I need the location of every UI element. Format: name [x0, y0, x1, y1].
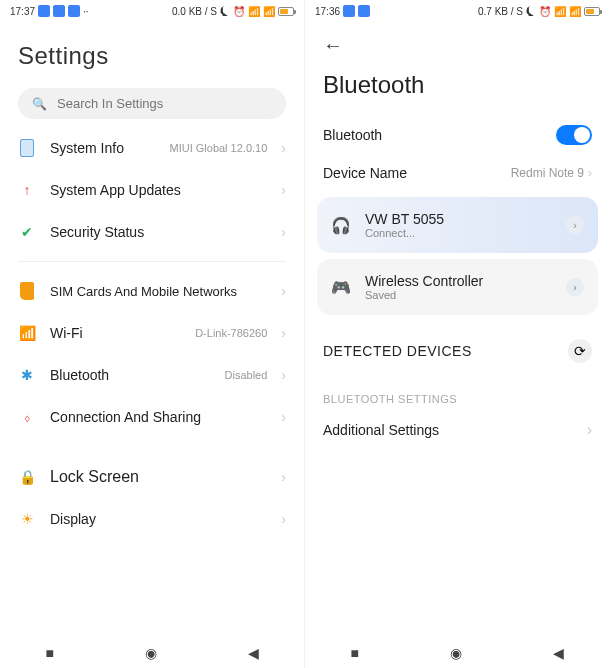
alarm-icon: ⏰ [539, 6, 551, 17]
security-status-row[interactable]: ✔ Security Status › [0, 211, 304, 253]
chevron-right-icon: › [281, 367, 286, 383]
wifi-icon: 📶 [263, 6, 275, 17]
item-label: System Info [50, 140, 155, 156]
device-name: VW BT 5055 [365, 211, 552, 227]
item-label: System App Updates [50, 182, 267, 198]
connection-sharing-row[interactable]: ⬨ Connection And Sharing › [0, 396, 304, 438]
system-app-updates-row[interactable]: ↑ System App Updates › [0, 169, 304, 211]
device-name-value: Redmi Note 9 [511, 166, 584, 180]
chevron-right-icon: › [281, 325, 286, 341]
signal-icon: 📶 [554, 6, 566, 17]
system-info-row[interactable]: System Info MIUI Global 12.0.10 › [0, 127, 304, 169]
nav-home-button[interactable]: ◉ [450, 645, 462, 661]
chevron-right-icon: › [281, 182, 286, 198]
signal-icon: 📶 [248, 6, 260, 17]
chevron-right-icon: › [281, 511, 286, 527]
nav-bar: ■ ◉ ◀ [0, 638, 304, 668]
settings-screen: 17:37 ·· 0.0 KB / S ⏾ ⏰ 📶 📶 Settings 🔍 S… [0, 0, 305, 668]
more-dots: ·· [83, 6, 89, 17]
chevron-right-icon: › [281, 224, 286, 240]
additional-settings-row[interactable]: Additional Settings › [305, 411, 610, 449]
battery-icon [584, 7, 600, 16]
nav-recent-button[interactable]: ■ [45, 645, 53, 661]
security-icon: ✔ [18, 223, 36, 241]
nav-back-button[interactable]: ◀ [553, 645, 564, 661]
bt-settings-header: BLUETOOTH SETTINGS [305, 371, 610, 411]
display-row[interactable]: ☀ Display › [0, 498, 304, 540]
item-label: Security Status [50, 224, 267, 240]
chevron-right-icon[interactable]: › [566, 278, 584, 296]
alarm-icon: ⏰ [233, 6, 245, 17]
device-name-label: Device Name [323, 165, 407, 181]
page-title: Settings [0, 22, 304, 80]
app-icon [68, 5, 80, 17]
chevron-right-icon: › [588, 166, 592, 180]
battery-icon [278, 7, 294, 16]
status-bar-right: 17:36 0.7 KB / S ⏾ ⏰ 📶 📶 [305, 0, 610, 22]
wifi-row[interactable]: 📶 Wi-Fi D-Link-786260 › [0, 312, 304, 354]
status-time: 17:37 [10, 6, 35, 17]
status-time: 17:36 [315, 6, 340, 17]
refresh-button[interactable]: ⟳ [568, 339, 592, 363]
sim-cards-row[interactable]: SIM Cards And Mobile Networks › [0, 270, 304, 312]
search-icon: 🔍 [32, 97, 47, 111]
divider [18, 261, 286, 262]
nav-home-button[interactable]: ◉ [145, 645, 157, 661]
chevron-right-icon[interactable]: › [566, 216, 584, 234]
facebook-icon [343, 5, 355, 17]
item-value: Disabled [225, 369, 268, 381]
nav-bar: ■ ◉ ◀ [305, 638, 610, 668]
item-label: Connection And Sharing [50, 409, 267, 425]
update-icon: ↑ [18, 181, 36, 199]
wifi-icon: 📶 [569, 6, 581, 17]
data-rate: 0.7 KB / S [478, 6, 523, 17]
bluetooth-screen: 17:36 0.7 KB / S ⏾ ⏰ 📶 📶 ← Bluetooth Blu… [305, 0, 610, 668]
bluetooth-toggle-row: Bluetooth [305, 115, 610, 155]
facebook-icon [38, 5, 50, 17]
item-label: Bluetooth [50, 367, 211, 383]
display-icon: ☀ [18, 510, 36, 528]
app-icon [53, 5, 65, 17]
paired-device-row[interactable]: 🎧 VW BT 5055 Connect... › [317, 197, 598, 253]
page-title: Bluetooth [305, 63, 610, 115]
chevron-right-icon: › [281, 469, 286, 485]
status-bar-left: 17:37 ·· 0.0 KB / S ⏾ ⏰ 📶 📶 [0, 0, 304, 22]
item-value: D-Link-786260 [195, 327, 267, 339]
lock-screen-row[interactable]: 🔒 Lock Screen › [0, 456, 304, 498]
detected-devices-header: DETECTED DEVICES ⟳ [305, 321, 610, 371]
chevron-right-icon: › [587, 421, 592, 439]
item-label: Display [50, 511, 267, 527]
wifi-icon: 📶 [18, 324, 36, 342]
app-icon [358, 5, 370, 17]
paired-device-row[interactable]: 🎮 Wireless Controller Saved › [317, 259, 598, 315]
item-label: Wi-Fi [50, 325, 181, 341]
system-info-icon [20, 139, 34, 157]
sim-icon [20, 282, 34, 300]
gamepad-icon: 🎮 [331, 278, 351, 297]
search-box[interactable]: 🔍 [18, 88, 286, 119]
bluetooth-icon: ✱ [18, 366, 36, 384]
search-input[interactable] [57, 96, 272, 111]
nav-back-button[interactable]: ◀ [248, 645, 259, 661]
bluetooth-toggle[interactable] [556, 125, 592, 145]
section-label: DETECTED DEVICES [323, 343, 472, 359]
lock-icon: 🔒 [18, 468, 36, 486]
item-label: Additional Settings [323, 422, 439, 438]
back-button[interactable]: ← [305, 22, 610, 63]
headphones-icon: 🎧 [331, 216, 351, 235]
item-label: SIM Cards And Mobile Networks [50, 284, 267, 299]
device-name-row[interactable]: Device Name Redmi Note 9 › [305, 155, 610, 191]
toggle-label: Bluetooth [323, 127, 382, 143]
bluetooth-row[interactable]: ✱ Bluetooth Disabled › [0, 354, 304, 396]
bluetooth-status-icon: ⏾ [526, 6, 536, 17]
device-name: Wireless Controller [365, 273, 552, 289]
nav-recent-button[interactable]: ■ [351, 645, 359, 661]
bluetooth-icon: ⏾ [220, 6, 230, 17]
item-label: Lock Screen [50, 468, 267, 486]
connection-icon: ⬨ [18, 408, 36, 426]
device-status: Saved [365, 289, 552, 301]
chevron-right-icon: › [281, 140, 286, 156]
chevron-right-icon: › [281, 283, 286, 299]
data-rate: 0.0 KB / S [172, 6, 217, 17]
item-value: MIUI Global 12.0.10 [169, 142, 267, 154]
